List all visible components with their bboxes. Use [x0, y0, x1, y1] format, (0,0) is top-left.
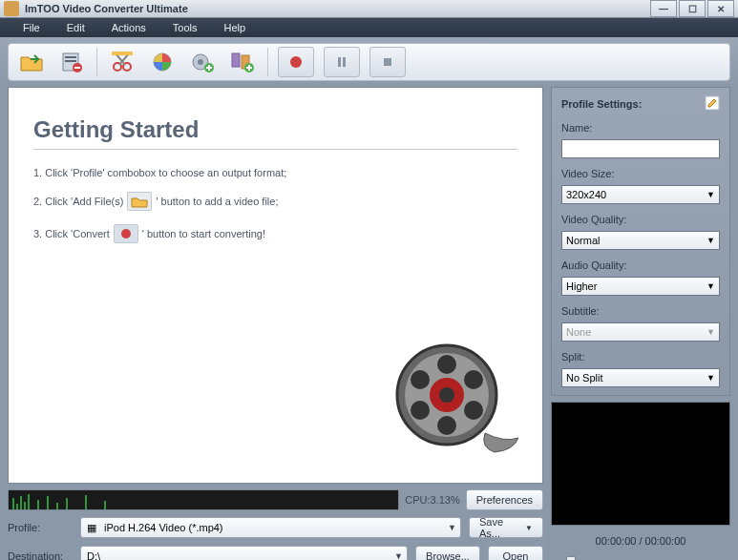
- audio-quality-label: Audio Quality:: [561, 259, 720, 271]
- video-size-label: Video Size:: [561, 168, 720, 179]
- filmreel-image: [390, 338, 523, 464]
- destination-label: Destination:: [8, 550, 73, 560]
- ipod-icon: ▦: [87, 522, 100, 534]
- menu-edit[interactable]: Edit: [53, 18, 98, 37]
- remove-file-button[interactable]: [56, 47, 87, 77]
- chevron-down-icon: ▼: [448, 523, 456, 532]
- menu-help[interactable]: Help: [210, 18, 259, 37]
- step-1: 1. Click 'Profile' combobox to choose an…: [33, 167, 517, 178]
- subtitle-label: Subtitle:: [561, 305, 720, 317]
- svg-rect-1: [65, 56, 76, 58]
- split-select[interactable]: No Split▼: [561, 368, 720, 387]
- step-2: 2. Click 'Add File(s) ' button to add a …: [33, 192, 517, 211]
- heading: Getting Started: [33, 116, 517, 143]
- seek-start-icon: ◦: [557, 556, 560, 560]
- add-file-button[interactable]: [16, 47, 47, 77]
- video-preview: [551, 402, 730, 526]
- menubar: File Edit Actions Tools Help: [0, 18, 738, 37]
- edit-profile-icon[interactable]: [705, 95, 720, 113]
- save-as-button[interactable]: Save As...▼: [469, 517, 543, 538]
- preferences-button[interactable]: Preferences: [466, 489, 543, 510]
- video-size-select[interactable]: 320x240▼: [561, 185, 720, 204]
- app-icon: [4, 1, 19, 16]
- main-content: Getting Started 1. Click 'Profile' combo…: [8, 87, 543, 484]
- svg-point-26: [464, 401, 483, 420]
- minimize-button[interactable]: —: [650, 0, 677, 17]
- profile-settings-panel: Profile Settings: Name: Video Size: 320x…: [551, 87, 730, 396]
- subtitle-select[interactable]: None▼: [561, 322, 720, 342]
- split-label: Split:: [561, 351, 720, 363]
- step-3: 3. Click 'Convert ' button to start conv…: [33, 224, 517, 243]
- svg-point-24: [437, 355, 456, 374]
- cpu-graph: [8, 489, 399, 510]
- svg-rect-17: [343, 57, 346, 67]
- effect-button[interactable]: [147, 47, 178, 77]
- settings-button[interactable]: [187, 47, 218, 77]
- open-button[interactable]: Open: [488, 546, 543, 560]
- browse-button[interactable]: Browse...: [415, 546, 480, 560]
- svg-point-28: [411, 401, 430, 420]
- app-title: ImTOO Video Converter Ultimate: [25, 3, 648, 14]
- cpu-label: CPU:3.13%: [405, 494, 459, 506]
- profile-label: Profile:: [8, 522, 73, 533]
- video-quality-select[interactable]: Normal▼: [561, 231, 720, 250]
- svg-point-29: [411, 370, 430, 389]
- destination-combobox[interactable]: D:\ ▼: [80, 546, 408, 560]
- merge-button[interactable]: [227, 47, 258, 77]
- svg-point-10: [198, 59, 203, 65]
- svg-rect-7: [112, 52, 133, 55]
- svg-rect-4: [74, 67, 80, 69]
- svg-point-15: [290, 56, 302, 68]
- svg-point-25: [464, 370, 483, 389]
- seek-end-icon: ◦: [721, 556, 725, 560]
- name-label: Name:: [561, 122, 720, 134]
- svg-point-23: [439, 387, 454, 403]
- menu-tools[interactable]: Tools: [159, 18, 211, 37]
- menu-actions[interactable]: Actions: [98, 18, 159, 37]
- toolbar: [8, 43, 730, 81]
- name-field[interactable]: [561, 139, 720, 158]
- folder-icon: [127, 192, 152, 211]
- titlebar: ImTOO Video Converter Ultimate — ☐ ✕: [0, 0, 738, 18]
- close-button[interactable]: ✕: [707, 0, 734, 17]
- record-icon: [114, 224, 138, 243]
- audio-quality-select[interactable]: Higher▼: [561, 277, 720, 296]
- profile-combobox[interactable]: ▦ iPod H.264 Video (*.mp4) ▼: [80, 517, 461, 538]
- svg-point-19: [121, 229, 131, 239]
- svg-rect-2: [65, 60, 76, 62]
- profile-settings-title: Profile Settings:: [561, 98, 642, 110]
- svg-point-27: [437, 416, 456, 435]
- menu-file[interactable]: File: [10, 18, 53, 37]
- time-display: 00:00:00 / 00:00:00: [551, 531, 730, 550]
- maximize-button[interactable]: ☐: [679, 0, 706, 17]
- svg-rect-16: [338, 57, 341, 67]
- svg-rect-12: [232, 53, 240, 67]
- pause-button[interactable]: [324, 47, 360, 77]
- stop-button[interactable]: [369, 47, 406, 77]
- chevron-down-icon: ▼: [394, 551, 403, 560]
- convert-button[interactable]: [278, 47, 314, 77]
- svg-rect-18: [384, 58, 391, 66]
- video-quality-label: Video Quality:: [561, 214, 720, 225]
- clip-button[interactable]: [107, 47, 137, 77]
